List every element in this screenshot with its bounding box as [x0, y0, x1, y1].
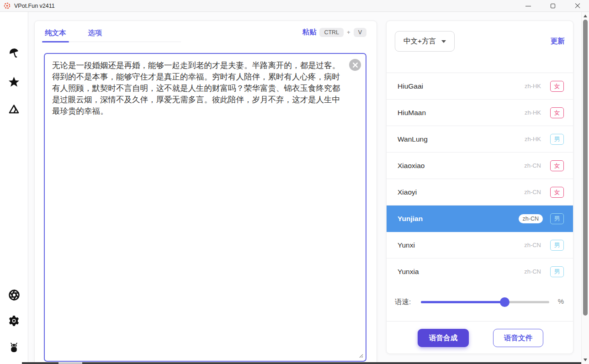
- voice-locale-badge: zh-CN: [524, 162, 541, 169]
- voice-name: Yunxi: [398, 241, 524, 249]
- close-icon[interactable]: [573, 1, 583, 11]
- voice-locale-badge: zh-CN: [524, 242, 541, 248]
- speed-slider-thumb[interactable]: [500, 297, 509, 307]
- gender-badge: 男: [550, 266, 564, 277]
- paste-button[interactable]: 粘贴: [302, 27, 316, 37]
- speed-section: 语速: %: [387, 283, 573, 321]
- voice-locale-badge: zh-HK: [525, 83, 541, 90]
- title-bar: VPot.Fun v2411: [0, 0, 589, 12]
- voice-locale-badge: zh-CN: [524, 189, 541, 195]
- gender-badge: 男: [550, 134, 564, 145]
- voice-name: HiuGaai: [398, 82, 525, 90]
- voice-name: Yunxia: [398, 268, 524, 276]
- android-icon[interactable]: [8, 341, 21, 353]
- text-input[interactable]: 无论是一段婚姻还是再婚，能够一起走到老的才是夫妻。半路离开的，都是过客。得到的不…: [44, 53, 366, 362]
- scroll-down-icon[interactable]: [584, 359, 587, 361]
- ctrl-key-badge: CTRL: [319, 28, 344, 37]
- gender-badge: 女: [550, 187, 564, 198]
- resize-grip-icon[interactable]: [358, 353, 363, 358]
- clear-text-icon[interactable]: [349, 59, 361, 71]
- app-title: VPot.Fun v2411: [14, 3, 55, 9]
- window-controls: [523, 0, 586, 12]
- speed-slider[interactable]: [421, 301, 549, 303]
- scrollbar-thumb[interactable]: [583, 20, 588, 316]
- scroll-up-icon[interactable]: [584, 15, 587, 17]
- voice-name: WanLung: [398, 135, 525, 143]
- language-filter-select[interactable]: 中文+方言: [395, 31, 455, 52]
- voice-row-hiugaai[interactable]: HiuGaai zh-HK 女: [387, 73, 573, 100]
- app-logo-icon: [4, 2, 11, 9]
- plus-sign: +: [347, 29, 350, 36]
- taskbar-sliver: [22, 362, 581, 364]
- speed-slider-fill: [421, 301, 504, 303]
- text-input-area: 无论是一段婚姻还是再婚，能够一起走到老的才是夫妻。半路离开的，都是过客。得到的不…: [44, 53, 366, 362]
- app-window: VPot.Fun v2411: [0, 0, 589, 364]
- tab-options[interactable]: 选项: [87, 26, 103, 42]
- voice-locale-badge: zh-HK: [525, 136, 541, 142]
- editor-panel: 纯文本 选项 粘贴 CTRL + V 无论是一段婚姻还是再婚，能够一起走到老的才…: [34, 21, 377, 364]
- voice-row-xiaoxiao[interactable]: Xiaoxiao zh-CN 女: [387, 153, 573, 179]
- sidebar: [0, 12, 28, 364]
- chevron-down-icon: [441, 40, 446, 43]
- speed-label: 语速:: [395, 297, 411, 307]
- minimize-icon[interactable]: [523, 1, 533, 11]
- voice-list: HiuGaai zh-HK 女 HiuMaan zh-HK 女 WanLung …: [387, 73, 573, 283]
- voices-header: 中文+方言 更新: [395, 31, 565, 52]
- actions-section: 语音合成 语音文件: [387, 321, 573, 354]
- mountain-icon[interactable]: [8, 102, 21, 115]
- voice-row-yunjian[interactable]: Yunjian zh-CN 男: [387, 206, 573, 232]
- voice-locale-badge: zh-HK: [525, 109, 541, 116]
- gender-badge: 男: [550, 240, 564, 251]
- gender-badge: 男: [550, 213, 564, 224]
- aperture-icon[interactable]: [8, 289, 21, 301]
- synthesize-button[interactable]: 语音合成: [418, 329, 469, 347]
- taskbar-item: [58, 362, 82, 364]
- speed-unit: %: [558, 297, 564, 305]
- voices-panel: 中文+方言 更新 HiuGaai zh-HK 女 HiuMaan zh-HK 女…: [386, 21, 573, 354]
- voice-name: Xiaoxiao: [398, 162, 524, 170]
- voice-row-yunxi[interactable]: Yunxi zh-CN 男: [387, 232, 573, 258]
- voice-name: HiuMaan: [398, 109, 525, 117]
- editor-tab-bar: 纯文本 选项: [44, 26, 181, 42]
- gear-icon[interactable]: [8, 314, 21, 327]
- refresh-link[interactable]: 更新: [551, 37, 565, 46]
- gender-badge: 女: [550, 81, 564, 92]
- voice-row-wanlung[interactable]: WanLung zh-HK 男: [387, 126, 573, 153]
- v-key-badge: V: [354, 28, 366, 37]
- voice-row-xiaoyi[interactable]: Xiaoyi zh-CN 女: [387, 179, 573, 206]
- gender-badge: 女: [550, 107, 564, 118]
- voice-row-yunxia[interactable]: Yunxia zh-CN 男: [387, 258, 573, 283]
- maximize-icon[interactable]: [548, 1, 558, 11]
- voice-name: Yunjian: [398, 215, 519, 223]
- voice-row-hiumaan[interactable]: HiuMaan zh-HK 女: [387, 100, 573, 126]
- language-filter-value: 中文+方言: [403, 37, 436, 46]
- voice-file-button[interactable]: 语音文件: [493, 329, 543, 347]
- tab-plain-text[interactable]: 纯文本: [44, 26, 67, 42]
- umbrella-icon[interactable]: [8, 47, 21, 59]
- voice-name: Xiaoyi: [398, 188, 524, 196]
- window-scrollbar[interactable]: [581, 12, 589, 364]
- voice-locale-badge: zh-CN: [519, 214, 543, 223]
- gender-badge: 女: [550, 160, 564, 171]
- paste-shortcut: 粘贴 CTRL + V: [302, 27, 366, 37]
- star-icon[interactable]: [8, 75, 21, 88]
- voice-locale-badge: zh-CN: [524, 268, 541, 275]
